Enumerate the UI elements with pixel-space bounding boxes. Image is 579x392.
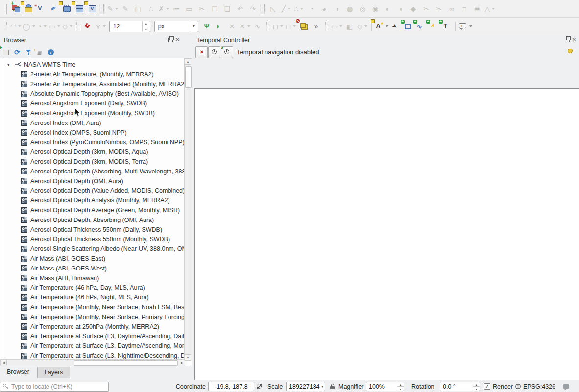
tree-item-layer[interactable]: Aerosol Optical Depth Analysis (Monthly,… (0, 196, 186, 205)
digitize-rectangle-icon[interactable]: ▭ (49, 20, 61, 33)
tree-item-layer[interactable]: Air Temperature at Surface (L3, Daytime/… (0, 341, 186, 351)
messages-bubble-icon[interactable] (562, 383, 570, 390)
spin-arrows[interactable]: ▴▾ (142, 21, 150, 32)
enable-advanced-digitizing-icon[interactable]: ◺ (267, 2, 279, 15)
coordinate-input[interactable]: -19.8,-187.8 (208, 382, 254, 391)
tree-item-layer[interactable]: Aerosol Single Scattering Albedo (Near-U… (0, 244, 186, 254)
add-record-icon[interactable]: ∴ (145, 2, 157, 15)
cad-construction-icon[interactable]: ╱ (280, 2, 292, 15)
dropdown-caret-icon[interactable] (364, 25, 367, 27)
new-shapefile-layer-icon[interactable] (35, 2, 47, 15)
dropdown-caret-icon[interactable] (386, 25, 388, 27)
split-parts-icon[interactable]: ✂ (433, 2, 445, 15)
tab-browser[interactable]: Browser (0, 367, 36, 377)
tree-item-layer[interactable]: Aerosol Optical Depth, Absorbing (OMI, A… (0, 215, 186, 225)
copy-features-icon[interactable]: ❐ (209, 2, 220, 15)
dropdown-caret-icon[interactable] (469, 25, 472, 27)
digitize-ellipse-icon[interactable]: ◔ (36, 20, 48, 33)
spin-arrows[interactable]: ▴▾ (473, 382, 480, 391)
fill-ring-icon[interactable]: ◐ (382, 2, 394, 15)
cut-features-icon[interactable]: ✂ (196, 2, 208, 15)
marker-annotation-icon[interactable] (428, 20, 439, 33)
toolbar-overflow-icon[interactable]: » (311, 20, 322, 33)
tree-item-layer[interactable]: Aerosol Optical Depth (OMI, Aura) (0, 176, 186, 186)
show-properties-icon[interactable] (47, 49, 56, 57)
select-features-icon[interactable]: ◻ (272, 20, 284, 33)
toolbar-handle[interactable] (4, 22, 7, 31)
dropdown-caret-icon[interactable] (18, 25, 21, 27)
add-point-symbol-icon[interactable]: ∴ (293, 2, 305, 15)
tree-item-layer[interactable]: Aerosol Optical Depth Average (Green, Mo… (0, 205, 186, 215)
tree-item-layer[interactable]: Aerosol Optical Depth (Absorbing, Multi-… (0, 167, 186, 176)
digitize-circle-icon[interactable]: ◯ (23, 20, 35, 33)
toolbar-handle[interactable] (266, 22, 269, 31)
split-features-icon[interactable]: ✂ (420, 2, 432, 15)
dropdown-caret-icon[interactable] (44, 25, 47, 27)
animated-temporal-navigation-button[interactable] (221, 46, 233, 58)
reshape-features-icon[interactable]: ◆ (408, 2, 419, 15)
annotation-layer-icon[interactable] (375, 20, 388, 33)
polygon-annotation-icon[interactable] (402, 20, 414, 33)
tree-item-layer[interactable]: Aerosol Index (PyroCumuloNimbus, OMPS, S… (0, 138, 186, 147)
data-source-manager-icon[interactable] (10, 2, 22, 15)
tree-root-nasa-wmts-time[interactable]: ▾ NASA WMTS Time (0, 60, 192, 70)
turn-off-temporal-navigation-button[interactable] (195, 46, 208, 58)
dropdown-caret-icon[interactable] (492, 8, 495, 10)
snapping-options-icon[interactable]: ⋎ (95, 20, 107, 33)
fixed-range-temporal-navigation-button[interactable] (208, 46, 220, 58)
layer-diagram-icon[interactable]: ◧ (344, 20, 356, 33)
tree-item-layer[interactable]: Aerosol Optical Thickness 550nm (Monthly… (0, 235, 186, 245)
deselect-all-layers-icon[interactable] (298, 20, 310, 33)
locator-search-input[interactable]: Type to locate (Ctrl+K) (0, 382, 109, 392)
refresh-icon[interactable] (13, 49, 22, 57)
crs-globe-icon[interactable] (514, 383, 522, 390)
tree-item-layer[interactable]: Aerosol Optical Depth (Value Added, MODI… (0, 186, 186, 196)
modify-attributes-icon[interactable]: ≔ (170, 2, 182, 15)
current-edits-icon[interactable]: ✎ (107, 2, 119, 15)
toolbar-handle[interactable] (325, 22, 328, 31)
close-panel-icon[interactable]: ✕ (175, 37, 179, 42)
vertex-tool-icon[interactable]: ✗ (158, 2, 169, 15)
dropdown-caret-icon[interactable] (103, 25, 106, 27)
tree-item-layer[interactable]: Aerosol Optical Depth (3km, MODIS, Aqua) (0, 147, 186, 157)
stream-digitizing-icon[interactable]: ✕ (226, 20, 238, 33)
spin-arrows[interactable]: ▴▾ (397, 382, 404, 391)
stream-mode-icon[interactable]: ∿ (252, 20, 264, 33)
rotation-spinbox[interactable]: 0.0 ° ▴▾ (440, 382, 480, 391)
line-annotation-icon[interactable] (415, 20, 427, 33)
scroll-down-icon[interactable]: ▼ (185, 354, 191, 361)
copy-move-feature-icon[interactable]: ◕ (318, 2, 330, 15)
tree-item-layer[interactable]: Air Mass (ABI, GOES-East) (0, 254, 186, 264)
new-geopackage-layer-icon[interactable] (48, 2, 60, 15)
text-annotation-at-point-icon[interactable] (440, 20, 452, 33)
dropdown-caret-icon[interactable] (70, 25, 72, 27)
dropdown-caret-icon[interactable] (280, 25, 283, 27)
balloon-text-annotation-icon[interactable] (458, 20, 472, 33)
vertical-scroll-thumb[interactable] (185, 66, 192, 88)
tree-item-layer[interactable]: Air Temperature (Monthly, Near Surface, … (0, 302, 186, 312)
tree-item-layer[interactable]: Aerosol Optical Thickness 550nm (Daily, … (0, 225, 186, 235)
digitize-regular-polygon-icon[interactable]: ◇ (62, 20, 73, 33)
temporal-settings-gear-icon[interactable] (566, 47, 575, 55)
dropdown-caret-icon[interactable] (300, 8, 303, 10)
chevron-down-icon[interactable]: ▾ (320, 382, 325, 391)
tree-item-layer[interactable]: Air Temperature (Monthly, Near Surface, … (0, 312, 186, 322)
dropdown-caret-icon[interactable] (57, 25, 60, 27)
merge-features-icon[interactable]: ∞ (446, 2, 458, 15)
redo-icon[interactable]: ↷ (247, 2, 259, 15)
float-panel-icon[interactable] (565, 38, 570, 42)
tree-item-layer[interactable]: 2-meter Air Temperature, (Monthly, MERRA… (0, 70, 186, 79)
enable-tracing-icon[interactable] (201, 20, 213, 33)
tree-item-layer[interactable]: Air Mass (AHI, Himawari) (0, 273, 186, 283)
horizontal-scrollbar[interactable]: ◀ ▶ (0, 359, 185, 366)
magnifier-spinbox[interactable]: 100% ▴▾ (366, 382, 404, 391)
tree-item-layer[interactable]: 2-meter Air Temperature, Assimilated (Mo… (0, 79, 186, 89)
render-checkbox[interactable]: ✓ (484, 383, 490, 390)
toggle-editing-icon[interactable]: ✎ (120, 2, 131, 15)
modify-annotations-icon[interactable] (389, 20, 401, 33)
scale-combobox[interactable]: 189227184 ▾ (286, 382, 325, 391)
toolbar-handle[interactable] (4, 4, 7, 14)
dropdown-caret-icon[interactable] (339, 25, 342, 27)
undo-icon[interactable]: ↶ (234, 2, 246, 15)
new-mesh-layer-icon[interactable] (86, 2, 98, 15)
